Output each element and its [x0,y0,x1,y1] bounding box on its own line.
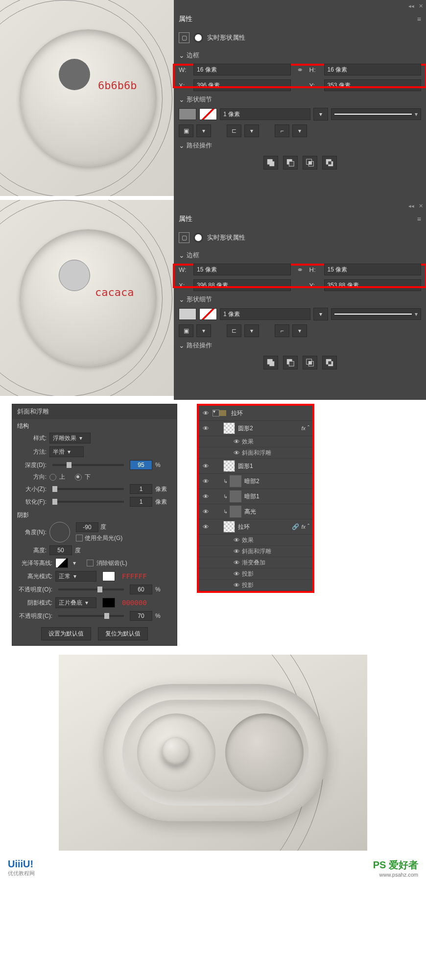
soften-field[interactable]: 1 [130,497,152,507]
collapse-arrows-icon[interactable]: ◂◂ ✕ [408,3,423,9]
path-unite-icon[interactable] [263,356,278,369]
join-dd[interactable]: ▾ [292,124,307,137]
visibility-icon[interactable] [199,508,213,515]
section-shape-detail[interactable]: 形状细节 [179,295,421,304]
fx-badge[interactable]: fx [301,524,308,530]
align-stroke-icon[interactable]: ▣ [179,324,193,337]
layer-row[interactable]: ↳暗部2 [199,474,312,489]
stroke-width-field[interactable]: 1 像素 [220,308,310,320]
layer-name[interactable]: 暗部2 [241,477,309,486]
angle-field[interactable]: -90 [76,522,98,532]
visibility-icon[interactable] [199,523,213,531]
width-field[interactable]: 15 像素 [193,264,291,275]
panel-menu-icon[interactable]: ≡ [417,15,421,23]
width-field[interactable]: 16 像素 [193,64,291,75]
layer-thumb[interactable] [223,521,235,533]
visibility-icon[interactable] [231,570,242,578]
dir-up-radio[interactable] [49,474,56,481]
layer-name[interactable]: 圆形2 [235,424,301,433]
style-select[interactable]: 浮雕效果▾ [49,433,91,443]
visibility-icon[interactable] [231,438,242,445]
antialias-checkbox[interactable] [87,560,94,566]
visibility-icon[interactable] [199,493,213,500]
effect-item[interactable]: 渐变叠加 [199,557,312,568]
layer-name[interactable]: 拉环 [235,523,292,531]
path-exclude-icon[interactable] [322,356,337,369]
highlight-opacity-field[interactable]: 60 [130,585,152,594]
depth-field[interactable]: 95 [130,460,152,470]
stroke-style-select[interactable]: ▾ [331,108,422,120]
layer-row[interactable]: 圆形2 fxˆ [199,421,312,436]
effects-row[interactable]: 效果 [199,436,312,447]
shadow-mode-select[interactable]: 正片叠底▾ [55,597,96,608]
section-shape-detail[interactable]: 形状细节 [179,95,421,104]
layer-thumb[interactable] [230,475,241,487]
stroke-width-dropdown[interactable]: ▾ [313,308,328,320]
layer-row[interactable]: ↳高光 [199,504,312,519]
height-field[interactable]: 15 像素 [324,264,422,275]
link-wh-icon[interactable]: ⚭ [294,265,307,274]
section-path-ops[interactable]: 路径操作 [179,141,421,150]
stroke-width-dropdown[interactable]: ▾ [313,108,328,121]
visibility-icon[interactable] [199,478,213,485]
reset-default-button[interactable]: 复位为默认值 [98,627,148,640]
effect-item[interactable]: 斜面和浮雕 [199,546,312,557]
join-icon[interactable]: ⌐ [275,124,289,137]
path-intersect-icon[interactable] [303,356,317,369]
highlight-color-swatch[interactable] [102,571,115,581]
layer-row[interactable]: 拉环🔗fxˆ [199,519,312,535]
highlight-mode-select[interactable]: 正常▾ [55,571,96,582]
effect-item[interactable]: 斜面和浮雕 [199,447,312,459]
fill-swatch[interactable] [179,108,196,120]
visibility-icon[interactable] [199,463,213,470]
cap-icon[interactable]: ⊏ [227,124,241,137]
visibility-icon[interactable] [231,548,242,555]
mask-icon[interactable] [193,33,203,43]
shadow-color-swatch[interactable] [102,598,115,608]
set-default-button[interactable]: 设置为默认值 [41,627,91,640]
method-select[interactable]: 半滑▾ [49,446,84,457]
fill-swatch[interactable] [179,308,196,320]
stroke-swatch[interactable] [199,308,217,320]
altitude-field[interactable]: 50 [49,545,72,555]
global-light-checkbox[interactable] [76,535,83,541]
layer-name[interactable]: 暗部1 [241,492,309,501]
visibility-icon[interactable] [231,582,242,589]
angle-wheel[interactable] [49,522,70,542]
path-subtract-icon[interactable] [283,356,298,369]
path-unite-icon[interactable] [263,156,278,170]
shape-tool-icon[interactable]: ▢ [179,232,189,243]
layer-thumb[interactable] [230,490,241,502]
folder-collapse-icon[interactable] [213,410,219,416]
link-icon[interactable]: 🔗 [292,523,299,530]
layer-name[interactable]: 圆形1 [235,462,309,470]
visibility-icon[interactable] [231,559,242,566]
visibility-icon[interactable] [199,410,213,417]
visibility-icon[interactable] [231,537,242,544]
stroke-width-field[interactable]: 1 像素 [220,108,310,120]
collapse-arrows-icon[interactable]: ◂◂ ✕ [408,203,423,209]
dir-down-radio[interactable] [75,474,82,481]
link-wh-icon[interactable]: ⚭ [294,65,307,74]
cap-icon[interactable]: ⊏ [227,324,241,337]
path-subtract-icon[interactable] [283,156,298,170]
highlight-opacity-slider[interactable] [58,588,124,590]
layer-row[interactable]: ↳暗部1 [199,489,312,504]
panel-menu-icon[interactable]: ≡ [417,215,421,223]
path-exclude-icon[interactable] [322,156,337,170]
size-slider[interactable] [52,488,124,490]
visibility-icon[interactable] [231,449,242,457]
align-stroke-dd[interactable]: ▾ [196,124,211,137]
layer-row[interactable]: 圆形1 [199,459,312,474]
layer-group-row[interactable]: 拉环 [199,406,312,421]
section-path-ops[interactable]: 路径操作 [179,341,421,350]
join-icon[interactable]: ⌐ [275,324,289,337]
gloss-contour-swatch[interactable] [55,558,68,568]
layer-name[interactable]: 高光 [241,508,309,516]
layer-thumb[interactable] [223,460,235,472]
size-field[interactable]: 1 [130,484,152,494]
visibility-icon[interactable] [199,425,213,432]
layer-name[interactable]: 拉环 [228,409,309,417]
cap-dd[interactable]: ▾ [244,324,259,337]
join-dd[interactable]: ▾ [292,324,307,337]
